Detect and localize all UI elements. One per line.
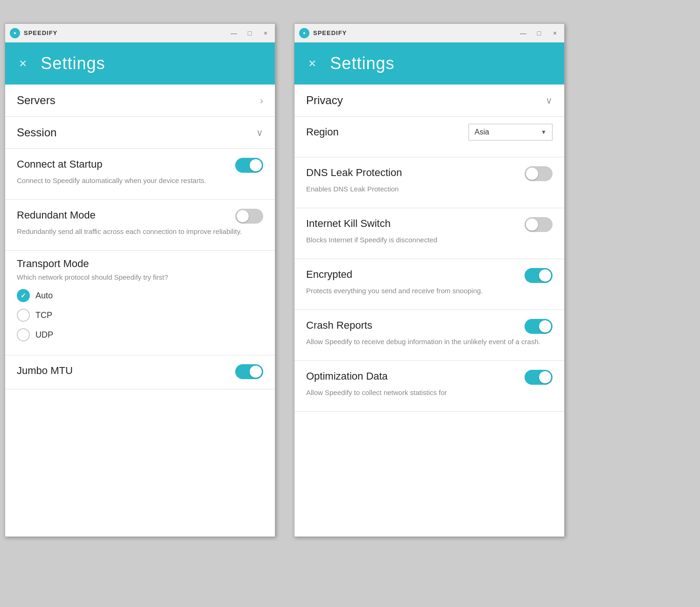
content-1: Servers › Session ∨ Connect at Startup C…: [5, 85, 275, 536]
settings-title-1: Settings: [41, 54, 105, 73]
connect-at-startup-label: Connect at Startup: [17, 158, 235, 170]
session-title: Session: [17, 126, 56, 139]
redundant-mode-label: Redundant Mode: [17, 209, 235, 221]
region-value: Asia: [475, 128, 489, 136]
content-2: Privacy ∨ Region Asia ▼ DNS Leak Protect…: [294, 85, 564, 536]
dns-leak-label: DNS Leak Protection: [306, 167, 525, 179]
settings-title-2: Settings: [330, 54, 394, 73]
radio-tcp-label: TCP: [35, 311, 52, 320]
crash-reports-label: Crash Reports: [306, 319, 525, 332]
minimize-btn-1[interactable]: —: [229, 29, 238, 37]
connect-at-startup-toggle[interactable]: [235, 158, 263, 173]
session-chevron: ∨: [256, 127, 263, 138]
optimization-data-label: Optimization Data: [306, 370, 525, 382]
maximize-btn-1[interactable]: □: [245, 29, 254, 37]
transport-mode-label: Transport Mode: [17, 258, 263, 270]
radio-auto-label: Auto: [35, 291, 53, 301]
redundant-mode-section: Redundant Mode Redundantly send all traf…: [5, 200, 275, 251]
optimization-data-section: Optimization Data Allow Speedify to coll…: [294, 361, 564, 412]
dns-leak-toggle[interactable]: [525, 166, 553, 181]
app-icon-1: [10, 28, 20, 38]
redundant-mode-desc: Redundantly send all traffic across each…: [17, 226, 263, 236]
kill-switch-section: Internet Kill Switch Blocks Internet if …: [294, 208, 564, 259]
titlebar-2: SPEEDIFY — □ ×: [294, 24, 564, 42]
radio-udp-circle: [17, 328, 30, 341]
region-select[interactable]: Asia ▼: [469, 124, 553, 141]
dns-leak-section: DNS Leak Protection Enables DNS Leak Pro…: [294, 157, 564, 208]
window-controls-2: — □ ×: [518, 29, 560, 37]
transport-mode-options: ✓ Auto TCP UDP: [17, 289, 263, 341]
connect-at-startup-section: Connect at Startup Connect to Speedify a…: [5, 149, 275, 200]
kill-switch-label: Internet Kill Switch: [306, 218, 525, 230]
header-1: × Settings: [5, 42, 275, 85]
servers-chevron: ›: [260, 95, 263, 106]
titlebar-1: SPEEDIFY — □ ×: [5, 24, 275, 42]
encrypted-section: Encrypted Protects everything you send a…: [294, 259, 564, 310]
region-section: Region Asia ▼: [294, 117, 564, 157]
crash-reports-toggle[interactable]: [525, 319, 553, 334]
radio-auto-circle: ✓: [17, 289, 30, 302]
app-icon-2: [299, 28, 309, 38]
radio-udp-label: UDP: [35, 330, 53, 340]
kill-switch-desc: Blocks Internet if Speedify is disconnec…: [306, 235, 553, 245]
connect-at-startup-desc: Connect to Speedify automatically when y…: [17, 176, 263, 185]
jumbo-mtu-section: Jumbo MTU: [5, 355, 275, 389]
kill-switch-toggle[interactable]: [525, 217, 553, 232]
app-title-1: SPEEDIFY: [24, 29, 229, 36]
window-controls-1: — □ ×: [229, 29, 270, 37]
header-close-2[interactable]: ×: [308, 56, 316, 71]
radio-auto[interactable]: ✓ Auto: [17, 289, 263, 302]
optimization-data-desc: Allow Speedify to collect network statis…: [306, 388, 553, 397]
session-section-header[interactable]: Session ∨: [5, 117, 275, 149]
close-btn-2[interactable]: ×: [550, 29, 560, 37]
scroll-area-2[interactable]: Privacy ∨ Region Asia ▼ DNS Leak Protect…: [294, 85, 564, 536]
servers-title: Servers: [17, 94, 56, 107]
privacy-chevron: ∨: [546, 95, 553, 106]
header-close-1[interactable]: ×: [19, 56, 27, 71]
optimization-data-toggle[interactable]: [525, 370, 553, 385]
region-arrow-icon: ▼: [541, 129, 546, 135]
encrypted-desc: Protects everything you send and receive…: [306, 286, 553, 296]
header-2: × Settings: [294, 42, 564, 85]
radio-tcp[interactable]: TCP: [17, 309, 263, 322]
scroll-area-1[interactable]: Servers › Session ∨ Connect at Startup C…: [5, 85, 275, 536]
privacy-title: Privacy: [306, 94, 343, 107]
radio-tcp-circle: [17, 309, 30, 322]
window-2: SPEEDIFY — □ × × Settings Privacy ∨ Regi…: [294, 23, 565, 537]
transport-mode-section: Transport Mode Which network protocol sh…: [5, 251, 275, 355]
close-btn-1[interactable]: ×: [261, 29, 270, 37]
region-row: Region Asia ▼: [306, 124, 553, 141]
minimize-btn-2[interactable]: —: [518, 29, 528, 37]
transport-mode-desc: Which network protocol should Speedify t…: [17, 272, 263, 282]
radio-udp[interactable]: UDP: [17, 328, 263, 341]
jumbo-mtu-toggle[interactable]: [235, 364, 263, 379]
window-1: SPEEDIFY — □ × × Settings Servers › Sess…: [5, 23, 275, 537]
jumbo-mtu-label: Jumbo MTU: [17, 365, 235, 377]
app-title-2: SPEEDIFY: [313, 29, 518, 36]
servers-section-header[interactable]: Servers ›: [5, 85, 275, 117]
redundant-mode-toggle[interactable]: [235, 209, 263, 224]
maximize-btn-2[interactable]: □: [534, 29, 544, 37]
dns-leak-desc: Enables DNS Leak Protection: [306, 184, 553, 194]
encrypted-label: Encrypted: [306, 268, 525, 281]
encrypted-toggle[interactable]: [525, 268, 553, 283]
crash-reports-desc: Allow Speedify to receive debug informat…: [306, 337, 553, 346]
privacy-section-header[interactable]: Privacy ∨: [294, 85, 564, 117]
crash-reports-section: Crash Reports Allow Speedify to receive …: [294, 310, 564, 361]
region-label: Region: [306, 126, 469, 138]
